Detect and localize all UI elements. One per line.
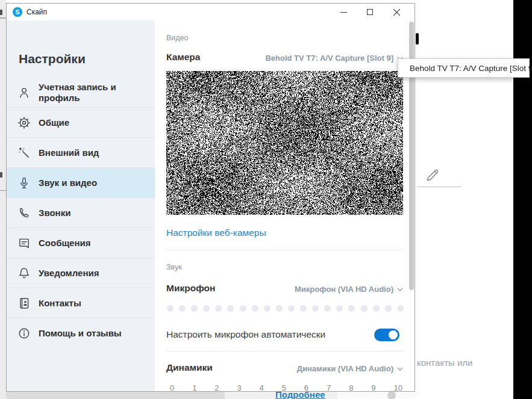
sidebar-item-audio-video[interactable]: Звук и видео xyxy=(7,168,155,198)
speakers-label: Динамики xyxy=(166,362,213,373)
background-fragment xyxy=(416,33,419,45)
background-underline xyxy=(417,187,461,187)
background-strip xyxy=(337,392,416,399)
camera-select[interactable]: Behold TV T7: A/V Capture [Slot 9] xyxy=(265,54,403,63)
background-fragment xyxy=(0,190,6,191)
camera-dropdown-item-label: Behold TV T7: A/V Capture [Slot 9] xyxy=(410,64,532,73)
gear-icon xyxy=(17,116,31,129)
background-left-strip xyxy=(0,0,6,399)
chevron-down-icon xyxy=(397,367,403,371)
close-button[interactable] xyxy=(383,4,410,20)
sidebar-item-label: Внешний вид xyxy=(39,147,107,158)
sidebar-item-label: Звонки xyxy=(39,208,79,218)
chevron-down-icon xyxy=(397,288,403,291)
background-fragment xyxy=(0,17,6,19)
auto-mic-toggle[interactable] xyxy=(374,329,399,341)
background-text: контакты или xyxy=(417,357,472,368)
speakers-select[interactable]: Динамики (VIA HD Audio) xyxy=(297,364,403,373)
divider xyxy=(166,351,403,351)
sidebar-item-label: Помощь и отзывы xyxy=(39,328,130,339)
sidebar-item-label: Сообщения xyxy=(39,238,99,249)
background-fragment xyxy=(0,10,2,15)
mic-level-meter xyxy=(167,305,404,312)
microphone-select[interactable]: Микрофон (VIA HD Audio) xyxy=(295,285,403,294)
skype-logo-icon: S xyxy=(13,7,22,17)
message-icon xyxy=(17,237,31,250)
window-controls xyxy=(330,4,410,20)
sidebar-item-label: Учетная запись и профиль xyxy=(39,82,155,104)
sidebar-heading: Настройки xyxy=(19,52,86,66)
pencil-icon xyxy=(424,166,442,187)
user-icon xyxy=(17,86,31,99)
background-strip xyxy=(6,392,225,399)
toggle-knob xyxy=(389,330,398,339)
sidebar-item-contacts[interactable]: Контакты xyxy=(7,288,155,318)
speakers-select-value: Динамики (VIA HD Audio) xyxy=(297,364,393,373)
maximize-icon xyxy=(367,9,373,15)
sidebar-item-appearance[interactable]: Внешний вид xyxy=(7,138,155,168)
sidebar-list: Учетная запись и профиль Общие Внешний в… xyxy=(7,78,155,348)
microphone-icon xyxy=(17,176,31,190)
camera-select-value: Behold TV T7: A/V Capture [Slot 9] xyxy=(265,54,393,63)
divider xyxy=(166,250,403,250)
sidebar-item-general[interactable]: Общие xyxy=(7,108,155,138)
sidebar-item-messages[interactable]: Сообщения xyxy=(7,228,155,258)
sidebar-item-notifications[interactable]: Уведомления xyxy=(7,258,155,288)
sidebar-item-label: Уведомления xyxy=(39,268,107,279)
maximize-button[interactable] xyxy=(357,4,383,20)
sidebar-item-help[interactable]: Помощь и отзывы xyxy=(7,318,155,348)
sidebar-item-label: Звук и видео xyxy=(39,178,105,188)
close-icon xyxy=(393,9,400,16)
screen: контакты или Подробнее S Скайп Настройки xyxy=(0,0,532,399)
video-section-label: Видео xyxy=(166,34,189,42)
speaker-volume-scale: 01 23 45 67 89 10 xyxy=(170,383,402,392)
wand-icon xyxy=(17,146,31,159)
camera-dropdown-item[interactable]: Behold TV T7: A/V Capture [Slot 9] xyxy=(398,58,530,78)
audio-section-label: Звук xyxy=(166,263,182,271)
skype-settings-window: S Скайп Настройки Учетная запись и профи… xyxy=(6,3,415,392)
microphone-label: Микрофон xyxy=(166,283,215,294)
camera-preview xyxy=(166,71,403,215)
camera-label: Камера xyxy=(166,52,200,63)
auto-mic-label: Настроить микрофон автоматически xyxy=(166,329,325,340)
contacts-icon xyxy=(17,297,31,310)
info-icon xyxy=(17,327,31,340)
settings-sidebar: Настройки Учетная запись и профиль Общие xyxy=(7,20,155,391)
microphone-select-value: Микрофон (VIA HD Audio) xyxy=(295,285,393,294)
titlebar: S Скайп xyxy=(7,4,415,20)
minimize-icon xyxy=(340,12,347,13)
sidebar-item-calls[interactable]: Звонки xyxy=(7,198,155,228)
background-fragment xyxy=(0,172,2,178)
sidebar-item-label: Общие xyxy=(39,117,78,128)
sidebar-item-account[interactable]: Учетная запись и профиль xyxy=(7,78,155,108)
webcam-settings-link[interactable]: Настройки веб-камеры xyxy=(166,227,266,238)
bell-icon xyxy=(17,267,31,280)
window-title: Скайп xyxy=(27,4,47,20)
phone-icon xyxy=(17,206,31,220)
minimize-button[interactable] xyxy=(330,4,357,20)
sidebar-item-label: Контакты xyxy=(39,298,90,309)
